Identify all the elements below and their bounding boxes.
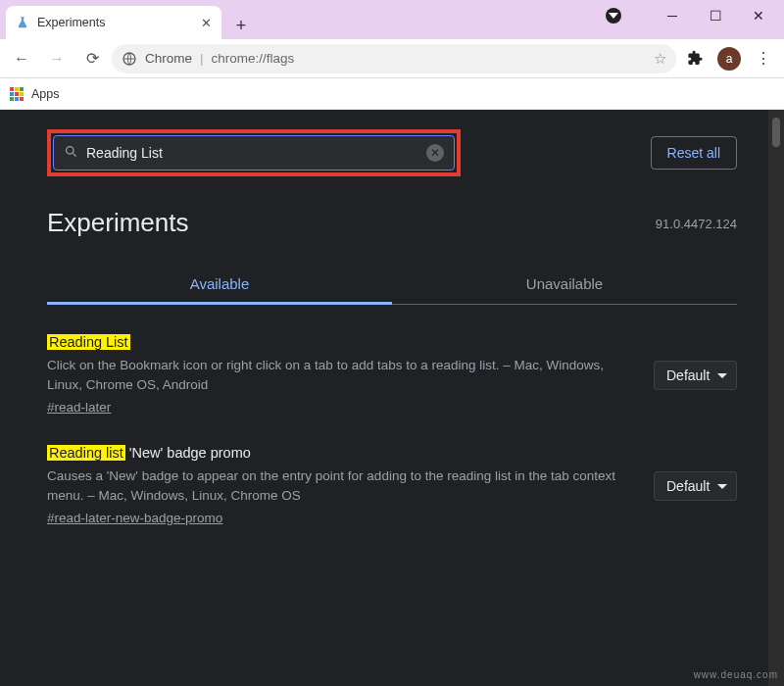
svg-line-2: [73, 153, 75, 156]
bookmark-star-icon[interactable]: ☆: [654, 50, 666, 68]
svg-point-1: [67, 147, 74, 155]
reset-all-button[interactable]: Reset all: [651, 136, 737, 170]
flag-description: Click on the Bookmark icon or right clic…: [47, 356, 634, 394]
search-icon: [64, 144, 78, 162]
apps-label[interactable]: Apps: [31, 87, 60, 101]
clear-search-icon[interactable]: ✕: [426, 144, 444, 162]
scrollbar[interactable]: [768, 110, 784, 686]
tab-close-icon[interactable]: ✕: [201, 16, 212, 30]
flag-item: Reading List Click on the Bookmark icon …: [47, 334, 737, 416]
flag-dropdown[interactable]: Default: [654, 361, 737, 390]
window-maximize-button[interactable]: ☐: [694, 1, 737, 30]
flags-tabs: Available Unavailable: [47, 266, 737, 305]
flag-description: Causes a 'New' badge to appear on the en…: [47, 466, 634, 505]
flag-anchor-link[interactable]: #read-later: [47, 400, 111, 415]
chrome-version: 91.0.4472.124: [656, 217, 737, 231]
window-minimize-button[interactable]: ─: [651, 1, 694, 30]
browser-menu-icon[interactable]: ⋮: [749, 49, 778, 68]
site-info-icon[interactable]: [122, 51, 137, 67]
profile-avatar[interactable]: a: [717, 47, 741, 71]
scrollbar-thumb[interactable]: [772, 118, 780, 147]
tab-title: Experiments: [37, 16, 105, 29]
bookmarks-bar: Apps: [0, 78, 784, 110]
new-tab-button[interactable]: +: [227, 12, 255, 39]
flag-title-highlight: Reading list: [47, 445, 125, 461]
flags-search-input[interactable]: Reading List ✕: [53, 135, 455, 171]
flag-anchor-link[interactable]: #read-later-new-badge-promo: [47, 511, 222, 525]
page-content: Reading List ✕ Reset all Experiments 91.…: [0, 110, 784, 686]
flag-title: Reading list 'New' badge promo: [47, 445, 634, 461]
browser-toolbar: ← → ⟳ Chrome | chrome://flags ☆ a ⋮: [0, 39, 784, 78]
flag-item: Reading list 'New' badge promo Causes a …: [47, 445, 737, 526]
page-title: Experiments: [47, 208, 737, 238]
extensions-icon[interactable]: [680, 50, 710, 67]
browser-tab[interactable]: Experiments ✕: [6, 6, 221, 39]
reload-button[interactable]: ⟳: [76, 43, 108, 74]
flag-title-highlight: Reading List: [47, 334, 130, 350]
address-bar[interactable]: Chrome | chrome://flags ☆: [112, 44, 676, 74]
apps-icon[interactable]: [10, 87, 24, 101]
tab-strip: Experiments ✕ +: [6, 6, 255, 39]
flag-dropdown[interactable]: Default: [654, 471, 737, 501]
tab-unavailable[interactable]: Unavailable: [392, 266, 737, 304]
address-prefix: Chrome: [145, 51, 192, 66]
incognito-indicator-icon: [606, 8, 621, 24]
tab-available[interactable]: Available: [47, 266, 392, 305]
forward-button[interactable]: →: [41, 43, 73, 74]
search-highlight-box: Reading List ✕: [47, 129, 461, 176]
watermark: www.deuaq.com: [694, 669, 778, 680]
flag-title: Reading List: [47, 334, 634, 350]
window-close-button[interactable]: ✕: [737, 1, 780, 30]
back-button[interactable]: ←: [6, 43, 37, 74]
address-url: chrome://flags: [212, 51, 295, 66]
address-separator: |: [200, 51, 204, 66]
search-value: Reading List: [86, 145, 163, 161]
flask-icon: [16, 16, 29, 29]
